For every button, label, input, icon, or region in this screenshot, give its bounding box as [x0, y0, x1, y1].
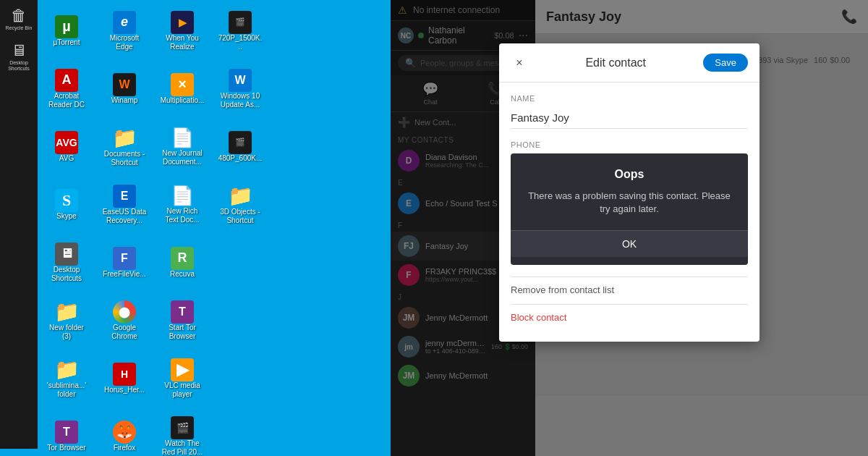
desktop-icon-red-pill[interactable]: 🎬 Watch The Red Pill 20...: [157, 409, 208, 456]
desktop-icon-horus[interactable]: H Horus_Her...: [99, 351, 150, 405]
desktop-icon-3d-objects[interactable]: 📁 3D Objects - Shortcut: [215, 177, 265, 232]
desktop-icon-winamp[interactable]: W Winamp: [99, 62, 150, 116]
desktop-icon-new-journal[interactable]: 📄 New Journal Document...: [157, 119, 208, 174]
taskbar-desktop-shortcuts[interactable]: 🖥 Desktop Shortcuts: [4, 41, 34, 72]
desktop-icon-edge[interactable]: e Microsoft Edge: [99, 4, 150, 58]
desktop-icon-start-tor[interactable]: T Start Tor Browser: [157, 293, 208, 347]
desktop-icon-multiplication[interactable]: × Multiplicatio...: [157, 62, 208, 116]
desktop-icon-when-you-realize[interactable]: ▶ When You Realize: [157, 4, 208, 58]
dialog-header: × Edit contact Save: [499, 43, 760, 83]
taskbar-recycle-bin[interactable]: 🗑 Recycle Bin: [4, 4, 34, 34]
desktop-icon-recuva[interactable]: R Recuva: [157, 235, 208, 290]
phone-field-label: PHONE: [511, 140, 748, 149]
remove-contact-button[interactable]: Remove from contact list: [511, 276, 748, 303]
desktop-icon-vlc[interactable]: ▶ VLC media player: [157, 351, 208, 405]
desktop-icon-win-update[interactable]: W Windows 10 Update As...: [215, 62, 265, 116]
desktop-icon-easeus[interactable]: E EaseUS Data Recovery...: [99, 177, 150, 232]
name-field-label: NAME: [511, 94, 748, 103]
dialog-close-button[interactable]: ×: [511, 54, 528, 72]
desktop-icon-chrome[interactable]: ⬤ Google Chrome: [99, 293, 150, 347]
block-contact-button[interactable]: Block contact: [511, 304, 748, 330]
error-message: There was a problem saving this contact.…: [522, 190, 736, 216]
dialog-save-button[interactable]: Save: [703, 54, 748, 72]
desktop-icon-firefox[interactable]: 🦊 Firefox: [99, 409, 150, 456]
desktop-icon-freefileviewer[interactable]: F FreeFileVie...: [99, 235, 150, 290]
error-ok-button[interactable]: OK: [511, 230, 748, 257]
desktop-icons-grid: µ µTorrent e Microsoft Edge ▶ When You R…: [38, 0, 392, 449]
desktop-icon-skype[interactable]: S Skype: [41, 177, 92, 232]
desktop-icon-tor-browser[interactable]: T Tor Browser: [41, 409, 92, 456]
taskbar-left: 🗑 Recycle Bin 🖥 Desktop Shortcuts: [0, 0, 38, 449]
desktop-icon-acrobat[interactable]: A Acrobat Reader DC: [41, 62, 92, 116]
error-popup: Oops There was a problem saving this con…: [511, 153, 748, 265]
desktop-icon-480p[interactable]: 🎬 480P_600K...: [215, 119, 265, 174]
name-field-value: Fantasy Joy: [511, 107, 748, 129]
desktop-icon-utorrent[interactable]: µ µTorrent: [41, 4, 92, 58]
dialog-title: Edit contact: [528, 56, 703, 69]
desktop-icon-new-folder[interactable]: 📁 New folder (3): [41, 293, 92, 347]
desktop-icon-subliminal[interactable]: 📁 'sublimina...' folder: [41, 351, 92, 405]
desktop-icon-documents[interactable]: 📁 Documents - Shortcut: [99, 119, 150, 174]
edit-contact-dialog: × Edit contact Save NAME Fantasy Joy PHO…: [499, 43, 760, 342]
desktop-icon-avg[interactable]: AVG AVG: [41, 119, 92, 174]
dialog-body: NAME Fantasy Joy PHONE Oops There was a …: [499, 83, 760, 342]
error-title: Oops: [522, 168, 736, 181]
desktop-icon-rich-text[interactable]: 📄 New Rich Text Doc...: [157, 177, 208, 232]
desktop-icon-720p[interactable]: 🎬 720P_1500K...: [215, 4, 265, 58]
desktop-icon-desktop-shortcuts[interactable]: 🖥 Desktop Shortcuts: [41, 235, 92, 290]
edit-contact-overlay: × Edit contact Save NAME Fantasy Joy PHO…: [391, 0, 868, 456]
